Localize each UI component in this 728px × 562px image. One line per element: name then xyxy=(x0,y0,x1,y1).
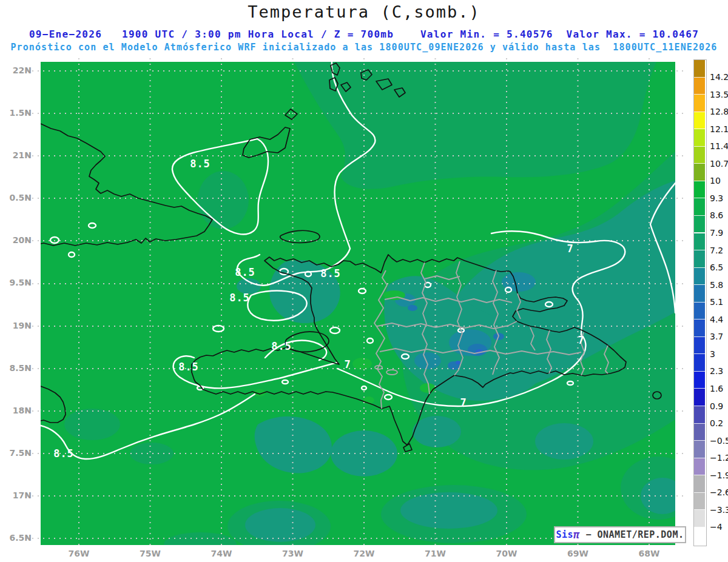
colorbar-tick-label: −3.3 xyxy=(710,505,728,515)
shade-teal-bottom2 xyxy=(400,492,497,529)
shade-band-sw1 xyxy=(64,409,120,440)
colorbar-tick-label: 0.2 xyxy=(710,418,728,428)
y-axis-label: 9.5N xyxy=(0,278,32,287)
shade-teal-south-sea3 xyxy=(413,416,461,447)
colorbar-tick-label: 0.9 xyxy=(710,401,728,411)
colorbar-cell xyxy=(694,475,705,493)
y-axis-label: 18N xyxy=(0,406,32,415)
colorbar-tick-label: 10 xyxy=(710,176,728,186)
shade-light5 xyxy=(363,396,374,404)
x-axis-label: 69W xyxy=(560,549,596,558)
colorbar-cell xyxy=(694,527,705,545)
shade-band-cuba xyxy=(198,171,249,229)
colorbar-cell xyxy=(694,493,705,510)
shade-teal-bottom1 xyxy=(245,508,315,542)
shade-teal-bottom3 xyxy=(641,478,684,514)
forecast-map xyxy=(0,0,728,562)
colorbar-tick-label: 1.6 xyxy=(710,384,728,393)
y-axis-label: 21N xyxy=(0,150,32,160)
x-axis-label: 74W xyxy=(203,549,240,558)
y-axis-label: 22N xyxy=(0,65,32,75)
colorbar-tick-label: −1.9 xyxy=(710,470,728,480)
credit-pi-symbol: π xyxy=(573,529,580,541)
credit-org: − ONAMET/REP.DOM. xyxy=(580,529,684,540)
colorbar-cell xyxy=(694,250,705,268)
colorbar-tick-label: 9.3 xyxy=(710,193,728,203)
colorbar-cell xyxy=(694,164,705,181)
colorbar-tick-label: 14.2 xyxy=(710,72,728,82)
colorbar-tick-label: −0.5 xyxy=(710,436,728,446)
x-axis-label: 76W xyxy=(61,549,97,558)
colorbar-cell xyxy=(694,147,705,164)
colorbar-cell xyxy=(694,406,705,424)
contour-label-8p5: 8.5 xyxy=(53,447,74,460)
contour-label-8p5: 8.5 xyxy=(190,158,211,170)
x-axis-label: 75W xyxy=(132,549,169,558)
colorbar-cell xyxy=(694,198,705,216)
contour-label-7: 7 xyxy=(578,334,584,346)
y-axis-label: 20N xyxy=(0,235,32,245)
colorbar-cell xyxy=(694,354,705,372)
colorbar-tick-label: 12.1 xyxy=(710,124,728,134)
shade-blue4 xyxy=(408,305,417,311)
colorbar-tick-label: 13.5 xyxy=(710,90,728,99)
colorbar-cell xyxy=(694,424,705,441)
colorbar-tick-label: −1.2 xyxy=(710,453,728,463)
y-axis-label: 1.5N xyxy=(0,108,32,118)
contour-label-8p5: 8.5 xyxy=(178,361,199,373)
colorbar-cell xyxy=(694,216,705,233)
temperature-shading xyxy=(41,62,696,557)
x-axis-label: 68W xyxy=(631,549,667,558)
colorbar-tick-label: 6.5 xyxy=(710,263,728,272)
colorbar-tick-label: 7.9 xyxy=(710,228,728,238)
y-axis-label: 8.5N xyxy=(0,363,32,373)
colorbar-tick-label: 7.2 xyxy=(710,246,728,255)
colorbar-tick-label: 3 xyxy=(710,349,728,359)
credit-badge: Sisπ − ONAMET/REP.DOM. xyxy=(554,526,686,543)
y-axis-label: 19N xyxy=(0,321,32,330)
colorbar-tick-label: 3.7 xyxy=(710,332,728,341)
x-axis-label: 71W xyxy=(417,549,454,558)
colorbar-cell xyxy=(694,181,705,199)
x-axis-label: 70W xyxy=(488,549,525,558)
contour-label-8p5: 8.5 xyxy=(271,340,292,352)
shade-blue-dot2 xyxy=(456,361,460,364)
y-axis-label: 0.5N xyxy=(0,193,32,202)
colorbar-cell xyxy=(694,112,705,130)
colorbar-cell xyxy=(694,233,705,251)
colorbar-cell xyxy=(694,60,705,78)
colorbar-tick-label: 12.8 xyxy=(710,107,728,116)
colorbar-cell xyxy=(694,441,705,458)
contour-label-8p5: 8.5 xyxy=(320,267,341,279)
contour-label-7: 7 xyxy=(460,396,467,409)
colorbar-tick-label: 10.7 xyxy=(710,159,728,169)
y-axis-label: 17N xyxy=(0,490,32,500)
contour-label-8p5: 8.5 xyxy=(229,292,250,304)
colorbar-tick-label: 11.4 xyxy=(710,141,728,151)
colorbar-tick-label: 8.6 xyxy=(710,210,728,220)
colorbar-cell xyxy=(694,303,705,320)
colorbar-tick-label: −4 xyxy=(710,522,728,532)
colorbar-tick-label: 2.3 xyxy=(710,366,728,376)
colorbar-cell xyxy=(694,510,705,527)
x-axis-label: 72W xyxy=(346,549,382,558)
colorbar-cell xyxy=(694,389,705,406)
credit-sis: Sis xyxy=(556,529,574,540)
shade-light3 xyxy=(420,383,436,393)
colorbar-cell xyxy=(694,372,705,389)
colorbar-cell xyxy=(694,268,705,286)
colorbar-cell xyxy=(694,129,705,147)
y-axis-label: 6.5N xyxy=(0,533,32,543)
colorbar-cell xyxy=(694,78,705,95)
shade-cool-sw xyxy=(414,352,441,369)
colorbar-cell xyxy=(694,458,705,476)
y-axis-label: 7.5N xyxy=(0,448,32,458)
colorbar-cell xyxy=(694,337,705,355)
x-axis-label: 73W xyxy=(275,549,311,558)
colorbar-tick-label: 5.8 xyxy=(710,280,728,290)
contour-label-8p5: 8.5 xyxy=(235,266,255,278)
colorbar-cell xyxy=(694,95,705,112)
contour-label-7: 7 xyxy=(344,358,351,370)
colorbar-tick-label: −2.6 xyxy=(710,487,728,497)
colorbar-tick-label: 4.4 xyxy=(710,315,728,324)
